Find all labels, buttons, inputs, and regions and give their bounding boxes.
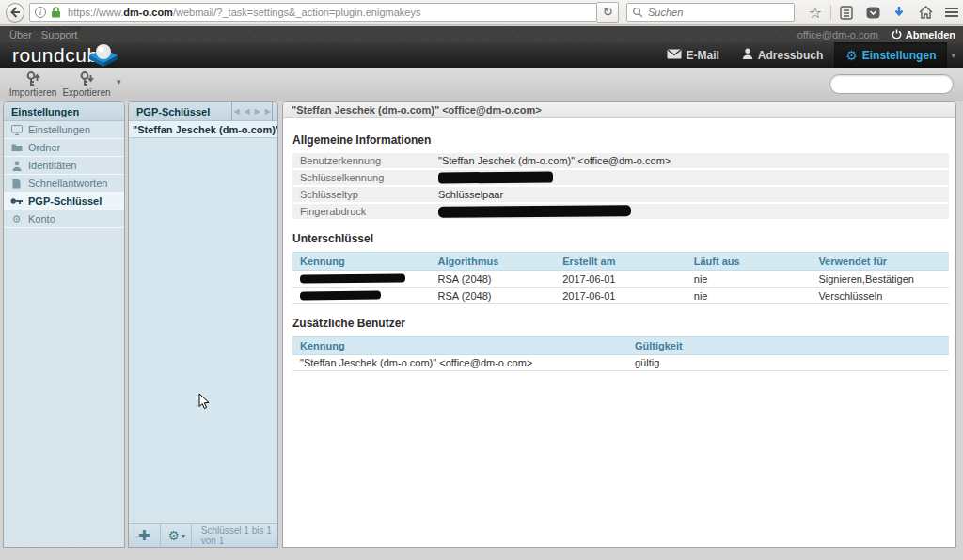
users-table: Kennung Gültigkeit "Steffan Jeschek (dm-…: [292, 336, 949, 371]
key-list-background: [129, 139, 277, 523]
sidebar-item-konto[interactable]: ⚙ Konto: [4, 210, 124, 228]
bookmarks-list-icon[interactable]: [835, 2, 858, 23]
keylist-title: PGP-Schlüssel: [136, 102, 210, 121]
last-page-icon[interactable]: ▶: [265, 102, 273, 121]
redacted-key-id: [438, 172, 553, 184]
next-page-icon[interactable]: ▶: [255, 102, 260, 121]
info-row-schluesseltyp: Schlüsseltyp Schlüsselpaar: [292, 187, 949, 202]
users-header-row: Kennung Gültigkeit: [292, 337, 949, 355]
pocket-icon[interactable]: [861, 2, 884, 23]
app-toolbar: Importieren Exportieren ▾ ✕: [0, 68, 963, 101]
subkeys-heading: Unterschlüssel: [292, 232, 949, 245]
subkey-row: RSA (2048) 2017-06-01 nie Verschlüsseln: [292, 288, 949, 304]
key-details-title: "Steffan Jeschek (dm-o.com)" <office@dm-…: [283, 102, 955, 118]
subkeys-table: Kennung Algorithmus Erstellt am Läuft au…: [292, 252, 949, 304]
key-icon: [10, 197, 23, 205]
redacted-fingerprint: [438, 205, 631, 217]
toolbar-separator: [830, 5, 831, 20]
display-icon: [10, 125, 23, 135]
key-list-item[interactable]: "Steffan Jeschek (dm-o.com)" <office@dm-…: [129, 121, 277, 138]
add-key-button[interactable]: ✚: [129, 527, 160, 544]
export-caret-icon[interactable]: ▾: [117, 77, 121, 86]
key-details-panel: "Steffan Jeschek (dm-o.com)" <office@dm-…: [282, 101, 956, 548]
settings-sidebar: Einstellungen Einstellungen Ordner Ident…: [3, 101, 125, 548]
subkey-row: RSA (2048) 2017-06-01 nie Signieren,Best…: [292, 271, 949, 288]
subkeys-header-row: Kennung Algorithmus Erstellt am Läuft au…: [292, 253, 949, 271]
roundcube-cube-icon: [87, 41, 120, 75]
back-arrow-icon: [9, 7, 21, 18]
list-options-caret-icon[interactable]: ▾: [182, 532, 185, 540]
export-button[interactable]: Exportieren: [60, 71, 113, 98]
gear-icon: ⚙: [10, 213, 23, 226]
browser-toolbar: i https://www.dm-o.com/webmail/?_task=se…: [0, 0, 963, 25]
browser-action-icons: ☆: [804, 2, 963, 23]
sidebar-title: Einstellungen: [4, 102, 124, 121]
info-row-benutzerkennung: Benutzerkennung "Steffan Jeschek (dm-o.c…: [292, 153, 949, 168]
sidebar-item-einstellungen[interactable]: Einstellungen: [4, 121, 124, 139]
import-button[interactable]: Importieren: [8, 71, 58, 98]
back-button[interactable]: [6, 3, 24, 23]
info-row-schluesselkennung: Schlüsselkennung: [292, 170, 949, 185]
sidebar-item-ordner[interactable]: Ordner: [4, 139, 124, 157]
key-count-display: Schlüssel 1 bis 1 von 1: [201, 525, 277, 546]
prev-page-icon[interactable]: ◀: [245, 102, 250, 121]
url-text: https://www.dm-o.com/webmail/?_task=sett…: [68, 7, 420, 18]
reload-button[interactable]: ↻: [597, 2, 619, 23]
account-name: office@dm-o.com: [797, 29, 878, 40]
contact-icon: [742, 48, 753, 62]
footer-separator: [191, 524, 192, 548]
task-navigation: E-Mail Adressbuch ⚙ Einstellungen ▾: [655, 42, 963, 68]
user-row: "Steffan Jeschek (dm-o.com)" <office@dm-…: [292, 355, 949, 371]
menu-icon[interactable]: [940, 2, 963, 23]
tab-email[interactable]: E-Mail: [655, 42, 731, 68]
sidebar-item-pgp-schluessel[interactable]: PGP-Schlüssel: [4, 193, 124, 210]
import-key-icon: [8, 71, 58, 87]
folder-icon: [10, 143, 23, 152]
list-options-button[interactable]: ⚙: [160, 528, 182, 543]
first-page-icon[interactable]: ◀: [231, 102, 239, 121]
info-row-fingerabdruck: Fingerabdruck: [292, 204, 949, 219]
keys-search-input[interactable]: [840, 79, 963, 90]
pgp-key-list-panel: PGP-Schlüssel ◀ ◀ ▶ ▶ "Steffan Jeschek (…: [128, 101, 278, 548]
keys-search-box[interactable]: ✕: [829, 74, 954, 94]
general-info-heading: Allgemeine Informationen: [292, 133, 949, 147]
tasknav-caret-icon[interactable]: ▾: [947, 51, 963, 60]
downloads-icon[interactable]: [888, 2, 910, 23]
users-heading: Zusätzliche Benutzer: [292, 317, 949, 330]
sidebar-item-identitaeten[interactable]: Identitäten: [4, 157, 124, 175]
roundcube-headerbar: roundcube E-Mail Adres: [0, 42, 963, 68]
logout-button[interactable]: Abmelden: [892, 29, 955, 40]
sidebar-item-schnellantworten[interactable]: Schnellantworten: [4, 175, 124, 193]
browser-search-input[interactable]: [648, 7, 780, 18]
browser-search[interactable]: [626, 3, 795, 22]
tab-settings[interactable]: ⚙ Einstellungen: [834, 42, 947, 68]
lock-icon[interactable]: [51, 7, 61, 18]
mouse-cursor: [198, 393, 210, 413]
screen: i https://www.dm-o.com/webmail/?_task=se…: [0, 0, 963, 560]
roundcube-topbar: Über Support office@dm-o.com Abmelden: [0, 26, 963, 42]
gear-icon: ⚙: [845, 48, 858, 63]
tab-addressbook[interactable]: Adressbuch: [731, 42, 834, 68]
info-icon[interactable]: i: [35, 7, 46, 18]
document-icon: [10, 179, 23, 189]
email-icon: [667, 49, 682, 62]
list-pagination: ◀ ◀ ▶ ▶: [231, 102, 273, 121]
url-bar[interactable]: i https://www.dm-o.com/webmail/?_task=se…: [29, 3, 597, 22]
redacted-subkey-id: [300, 291, 381, 301]
power-icon: [892, 29, 902, 39]
bookmark-star-icon[interactable]: ☆: [804, 2, 827, 23]
powered-by-text: powered by DM-O.com: [13, 25, 81, 32]
home-icon[interactable]: [914, 2, 937, 23]
redacted-subkey-id: [300, 273, 405, 283]
identity-icon: [10, 161, 23, 171]
search-icon: [632, 7, 643, 18]
key-list-footer: ✚ ⚙ ▾ Schlüssel 1 bis 1 von 1: [129, 523, 277, 547]
